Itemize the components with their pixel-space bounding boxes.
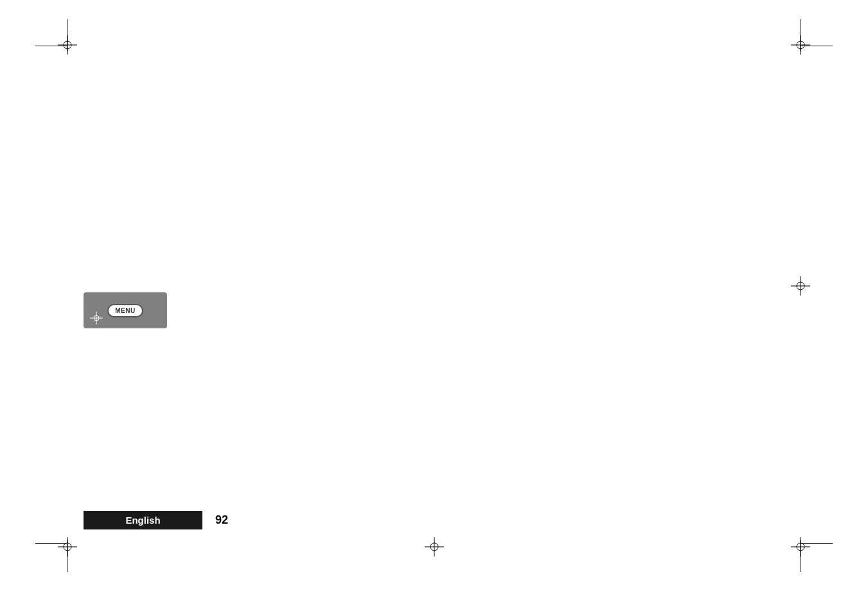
device-crosshair-icon: [90, 312, 103, 324]
footer: English 92: [0, 511, 868, 529]
hline-bot-right: [801, 543, 833, 544]
hline-bot-left: [35, 543, 67, 544]
hline-top-right: [801, 46, 833, 46]
registration-mark-bot-left: [58, 537, 77, 556]
registration-mark-bot-center: [425, 537, 444, 556]
hline-top-left: [35, 46, 67, 46]
vline-bot-right: [801, 540, 801, 572]
device-remote-image: MENU: [84, 292, 167, 328]
registration-mark-mid-right: [791, 276, 810, 296]
vline-bot-left: [67, 540, 67, 572]
registration-mark-top-left: [58, 35, 77, 55]
page-number: 92: [215, 513, 228, 527]
language-badge: English: [84, 511, 202, 529]
vline-top-right: [801, 19, 801, 51]
vline-top-left: [67, 19, 67, 51]
menu-button: MENU: [107, 304, 143, 317]
